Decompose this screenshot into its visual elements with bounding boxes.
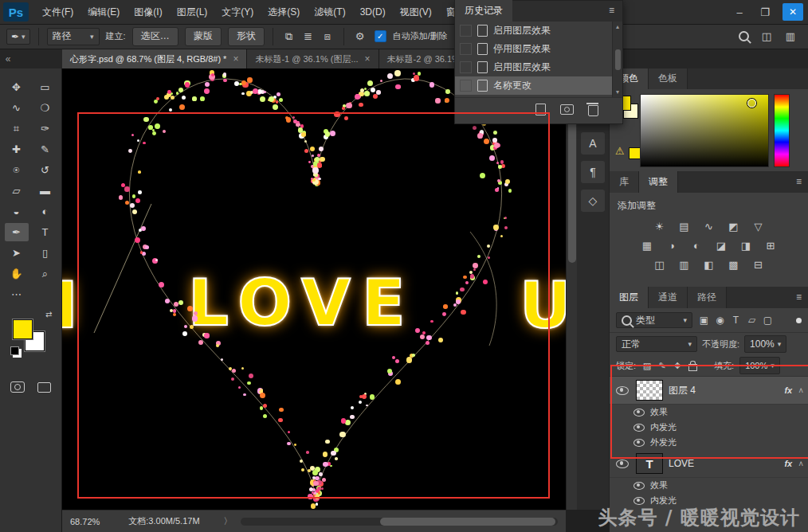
filter-shape-icon[interactable]: ▱ xyxy=(745,315,759,326)
more-tools[interactable]: ⋯ xyxy=(5,285,29,303)
pen-tool[interactable]: ✒ xyxy=(5,223,29,241)
new-snapshot-icon[interactable] xyxy=(560,104,574,115)
gradient-map-icon[interactable]: ▩ xyxy=(725,258,743,272)
panel-tab[interactable]: 色板 xyxy=(649,68,688,89)
default-colors-icon[interactable] xyxy=(10,346,19,355)
path-arrange-icon[interactable]: ⧈ xyxy=(320,30,335,43)
collapse-panels-icon[interactable]: « xyxy=(0,49,16,68)
menu-item[interactable]: 图像(I) xyxy=(127,1,169,24)
zoom-level[interactable]: 68.72% xyxy=(70,517,100,526)
brush-tool[interactable]: ✎ xyxy=(33,140,57,158)
saturation-brightness-field[interactable] xyxy=(640,94,769,167)
gradient-tool[interactable]: ▬ xyxy=(33,182,57,200)
clone-stamp-tool[interactable]: ⍟ xyxy=(5,161,29,179)
lasso-tool[interactable]: ∿ xyxy=(5,99,29,117)
new-document-from-state-icon[interactable] xyxy=(535,104,546,115)
scroll-down-icon[interactable]: ▾ xyxy=(616,88,619,96)
crop-tool[interactable]: ⌗ xyxy=(5,119,29,138)
document-tab[interactable]: 心形字.psd @ 68.7% (图层 4, RGB/8#) * × xyxy=(62,49,247,68)
healing-brush-tool[interactable]: ✚ xyxy=(5,140,29,158)
lock-pixels-icon[interactable]: ✎ xyxy=(657,361,668,371)
panel-menu-icon[interactable]: ≡ xyxy=(796,291,802,303)
minimize-button[interactable]: – xyxy=(732,6,747,18)
horizontal-scrollbar[interactable] xyxy=(241,518,558,526)
history-scrollbar[interactable]: ▴ ▾ xyxy=(612,22,622,97)
brightness-contrast-icon[interactable]: ☀ xyxy=(651,220,669,233)
layer-fx-badge[interactable]: fx xyxy=(784,459,792,468)
make-shape-button[interactable]: 形状 xyxy=(228,27,265,46)
menu-item[interactable]: 文字(Y) xyxy=(214,1,261,24)
move-tool[interactable]: ✥ xyxy=(5,78,29,96)
menu-item[interactable]: 3D(D) xyxy=(353,1,393,24)
black-white-icon[interactable]: ◐ xyxy=(688,239,705,252)
history-item[interactable]: 名称更改 xyxy=(455,76,622,95)
layer-effect-row[interactable]: 效果 xyxy=(610,478,808,493)
path-select-tool[interactable]: ➤ xyxy=(5,244,29,262)
photo-filter-icon[interactable]: ◪ xyxy=(712,239,730,252)
history-source-well[interactable] xyxy=(460,61,472,73)
history-brush-tool[interactable]: ↺ xyxy=(33,161,57,179)
make-mask-button[interactable]: 蒙版 xyxy=(185,27,222,46)
menu-item[interactable]: 滤镜(T) xyxy=(307,1,352,24)
panel-tab[interactable]: 路径 xyxy=(688,287,727,308)
vertical-scrollbar[interactable] xyxy=(566,68,578,510)
history-item[interactable]: 停用图层效果 xyxy=(455,40,622,58)
close-tab-icon[interactable]: × xyxy=(233,53,238,65)
color-balance-icon[interactable]: ◑ xyxy=(663,239,681,252)
history-source-well[interactable] xyxy=(460,25,472,37)
levels-icon[interactable]: ▤ xyxy=(676,220,693,233)
invert-icon[interactable]: ◫ xyxy=(651,258,669,272)
panel-menu-icon[interactable]: ≡ xyxy=(609,5,614,16)
tool-preset-picker[interactable]: ✒ ▾ xyxy=(6,29,30,45)
threshold-icon[interactable]: ◧ xyxy=(700,258,718,272)
menu-item[interactable]: 文件(F) xyxy=(35,1,80,24)
history-item[interactable]: 启用图层效果 xyxy=(455,58,622,76)
eye-icon[interactable] xyxy=(633,439,645,447)
panel-tab[interactable]: 调整 xyxy=(639,171,678,193)
gear-icon[interactable]: ⚙ xyxy=(352,30,368,42)
history-panel-tab[interactable]: 历史记录 xyxy=(455,0,512,22)
close-button[interactable]: ✕ xyxy=(783,3,803,21)
menu-item[interactable]: 选择(S) xyxy=(261,1,307,24)
blur-tool[interactable]: ◒ xyxy=(5,202,29,221)
gamut-warning-icon[interactable]: ⚠ xyxy=(615,145,625,157)
paragraph-panel-icon[interactable]: ¶ xyxy=(581,161,605,183)
document-tab[interactable]: 未标题-1 @ 36.1% (图层... × xyxy=(247,49,379,68)
menu-item[interactable]: 编辑(E) xyxy=(80,1,127,24)
layer-effect-row[interactable]: 内发光 xyxy=(610,420,808,435)
menu-item[interactable]: 视图(V) xyxy=(393,1,439,24)
history-source-well[interactable] xyxy=(460,80,472,92)
layer-thumbnail[interactable]: T xyxy=(636,453,663,474)
lock-transparency-icon[interactable]: ▨ xyxy=(641,361,653,371)
search-icon[interactable] xyxy=(739,31,749,41)
maximize-button[interactable]: ❐ xyxy=(757,6,773,18)
close-tab-icon[interactable]: × xyxy=(365,53,371,65)
quick-mask-icon[interactable] xyxy=(10,381,25,393)
history-source-well[interactable] xyxy=(460,43,472,55)
layer-effect-row[interactable]: 效果 xyxy=(610,405,808,420)
status-expand-icon[interactable]: 〉 xyxy=(224,515,233,527)
auto-add-delete-checkbox[interactable]: ✓ xyxy=(375,30,386,42)
lock-position-icon[interactable]: ✥ xyxy=(672,361,683,371)
selective-color-icon[interactable]: ⊟ xyxy=(750,258,767,272)
delete-state-icon[interactable] xyxy=(588,105,598,116)
marquee-tool[interactable]: ▭ xyxy=(33,78,57,96)
panel-tab[interactable]: 图层 xyxy=(610,287,649,308)
opacity-value[interactable]: 100% ▾ xyxy=(744,335,786,353)
eye-icon[interactable] xyxy=(633,482,645,490)
eye-icon[interactable] xyxy=(633,497,645,505)
hue-slider[interactable] xyxy=(774,94,790,167)
collapse-effects-icon[interactable]: ˄ xyxy=(798,386,803,395)
filter-smart-icon[interactable]: ▢ xyxy=(761,315,775,326)
zoom-tool[interactable]: ⌕ xyxy=(33,264,57,283)
eye-icon[interactable] xyxy=(633,409,645,417)
eyedropper-tool[interactable]: ✑ xyxy=(33,119,57,138)
dodge-tool[interactable]: ◐ xyxy=(33,202,57,221)
hue-saturation-icon[interactable]: ▦ xyxy=(638,239,656,252)
exposure-icon[interactable]: ◩ xyxy=(725,220,743,233)
tool-mode-select[interactable]: 路径 ▾ xyxy=(47,28,100,45)
filter-pixel-icon[interactable]: ▣ xyxy=(697,315,711,326)
hand-tool[interactable]: ✋ xyxy=(5,264,29,283)
visibility-toggle[interactable] xyxy=(614,386,630,395)
quick-select-tool[interactable]: ❍ xyxy=(33,99,57,117)
